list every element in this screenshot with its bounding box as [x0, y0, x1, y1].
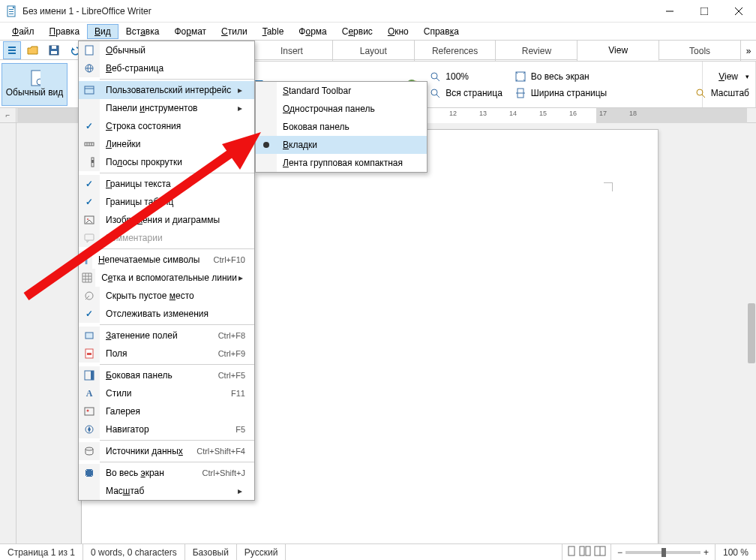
menu-item-comments[interactable]: Комментарии — [79, 229, 254, 247]
maximize-button[interactable] — [687, 0, 722, 23]
menu-table[interactable]: Table — [255, 24, 292, 39]
menu-item-zoom[interactable]: Масштаб▸ — [79, 482, 254, 500]
menu-insert[interactable]: Вставка — [118, 24, 167, 39]
save-icon[interactable] — [45, 41, 63, 59]
hamburger-icon[interactable] — [3, 41, 21, 59]
page-icon — [83, 44, 95, 56]
zoom-out-button[interactable]: − — [617, 547, 622, 558]
minimize-button[interactable] — [652, 0, 687, 23]
submenu-item-grouped-compact[interactable]: Лента групповая компактная — [256, 154, 427, 172]
menu-item-scrollbars[interactable]: Полосы прокрутки▸ — [79, 153, 254, 171]
app-icon — [6, 5, 18, 17]
ribbon-fullscreen[interactable]: Во весь экран — [531, 71, 590, 82]
menu-item-toolbars[interactable]: Панели инструментов▸ — [79, 99, 254, 117]
menu-tools[interactable]: Сервис — [334, 24, 380, 39]
tabs-overflow-icon[interactable]: » — [741, 41, 756, 61]
menu-item-rulers[interactable]: Линейки▸ — [79, 135, 254, 153]
menu-item-trackchanges[interactable]: ✓Отслеживать изменения — [79, 305, 254, 323]
ribbon-pagewidth[interactable]: Ширина страницы — [531, 88, 607, 98]
compass-icon — [83, 423, 95, 435]
svg-point-45 — [87, 218, 88, 220]
svg-point-25 — [697, 89, 703, 95]
tab-review[interactable]: Review — [496, 41, 578, 61]
menu-help[interactable]: Справка — [416, 24, 466, 39]
ruler-mark: 12 — [449, 110, 457, 117]
scrollbar-thumb[interactable] — [748, 303, 755, 363]
tab-layout[interactable]: Layout — [333, 41, 415, 61]
menu-item-web[interactable]: Веб-страница — [79, 59, 254, 77]
menu-item-datasources[interactable]: Источники данныхCtrl+Shift+F4 — [79, 442, 254, 460]
menu-item-tablebounds[interactable]: ✓Границы таблиц — [79, 193, 254, 211]
tab-insert[interactable]: Insert — [251, 41, 333, 61]
status-zoom-pct[interactable]: 100 % — [716, 544, 756, 560]
menu-item-images[interactable]: Изображения и диаграммы — [79, 211, 254, 229]
vertical-scrollbar[interactable] — [747, 123, 756, 543]
svg-line-19 — [436, 78, 440, 81]
menu-format[interactable]: Формат — [166, 24, 214, 39]
submenu-item-tabs[interactable]: Вкладки — [256, 136, 427, 154]
zoom-slider-handle[interactable] — [662, 548, 666, 557]
menu-item-navigator[interactable]: НавигаторF5 — [79, 420, 254, 438]
menu-form[interactable]: Форма — [291, 24, 334, 39]
menu-item-grid[interactable]: Сетка и вспомогательные линии▸ — [79, 269, 254, 287]
status-page[interactable]: Страница 1 из 1 — [0, 544, 83, 560]
open-icon[interactable] — [24, 41, 42, 59]
fullscreen-icon — [514, 71, 526, 83]
status-language[interactable]: Русский — [237, 544, 286, 560]
tab-tools[interactable]: Tools — [659, 41, 741, 61]
menu-item-styles[interactable]: AСтилиF11 — [79, 384, 254, 402]
ruler-mark: 15 — [539, 110, 547, 117]
ribbon-normal-view[interactable]: Обычный вид — [2, 63, 68, 106]
menu-view[interactable]: Вид — [87, 24, 118, 39]
menu-item-textbounds[interactable]: ✓Границы текста — [79, 175, 254, 193]
menu-file[interactable]: Файл — [4, 24, 42, 39]
menubar: Файл Правка Вид Вставка Формат Стили Tab… — [0, 23, 756, 41]
zoom-slider[interactable] — [626, 551, 700, 554]
menu-item-formatting-marks[interactable]: ¶Непечатаемые символыCtrl+F10 — [79, 251, 254, 269]
status-wordcount[interactable]: 0 words, 0 characters — [83, 544, 185, 560]
view-dropdown-menu: Обычный Веб-страница Пользовательский ин… — [78, 41, 255, 501]
ribbon-right-view[interactable]: View — [718, 71, 738, 82]
status-view-icons — [562, 544, 611, 560]
menu-item-normal[interactable]: Обычный — [79, 41, 254, 59]
submenu-item-sidebar[interactable]: Боковая панель — [256, 118, 427, 136]
globe-icon — [83, 62, 95, 74]
menu-item-statusbar[interactable]: ✓Строка состояния — [79, 117, 254, 135]
svg-line-21 — [436, 95, 440, 98]
status-style[interactable]: Базовый — [185, 544, 237, 560]
svg-rect-13 — [51, 51, 57, 54]
menu-item-sidebar[interactable]: Боковая панельCtrl+F5 — [79, 366, 254, 384]
ribbon-zoom-100[interactable]: 100% — [446, 71, 469, 82]
multi-page-icon[interactable] — [579, 546, 591, 558]
svg-point-57 — [86, 447, 93, 450]
tab-references[interactable]: References — [415, 41, 496, 61]
svg-rect-43 — [92, 160, 94, 163]
tab-view[interactable]: View — [578, 41, 659, 61]
titlebar: Без имени 1 - LibreOffice Writer — [0, 0, 756, 23]
gallery-icon — [83, 405, 95, 417]
zoom-in-button[interactable]: + — [704, 547, 709, 558]
single-page-icon[interactable] — [567, 546, 576, 558]
menu-item-hidewhitespace[interactable]: Скрыть пустое место — [79, 287, 254, 305]
margin-marker-icon — [604, 182, 613, 191]
menu-styles[interactable]: Стили — [214, 24, 255, 39]
book-view-icon[interactable] — [594, 546, 606, 558]
submenu-item-standard-toolbar[interactable]: Standard Toolbar — [256, 82, 427, 100]
submenu-item-single-row[interactable]: Однострочная панель — [256, 100, 427, 118]
svg-rect-46 — [85, 234, 94, 240]
menu-item-fullscreen[interactable]: Во весь экранCtrl+Shift+J — [79, 464, 254, 482]
ruler-mark: 13 — [479, 110, 487, 117]
menu-window[interactable]: Окно — [380, 24, 416, 39]
menu-item-fieldshading[interactable]: Затенение полейCtrl+F8 — [79, 327, 254, 345]
menu-edit[interactable]: Правка — [42, 24, 88, 39]
notebook-tabs: Insert Layout References Review View Too… — [251, 41, 756, 62]
user-interface-submenu: Standard Toolbar Однострочная панель Бок… — [255, 81, 428, 173]
menu-item-gallery[interactable]: Галерея — [79, 402, 254, 420]
ribbon-right-zoom[interactable]: Масштаб — [711, 88, 749, 98]
menu-item-user-interface[interactable]: Пользовательский интерфейс▸ — [79, 81, 254, 99]
vertical-ruler[interactable] — [0, 123, 16, 543]
close-button[interactable] — [722, 0, 756, 23]
menu-item-fields[interactable]: ПоляCtrl+F9 — [79, 345, 254, 363]
ribbon-zoom-page[interactable]: Вся страница — [446, 88, 502, 98]
bullet-icon — [263, 142, 269, 148]
